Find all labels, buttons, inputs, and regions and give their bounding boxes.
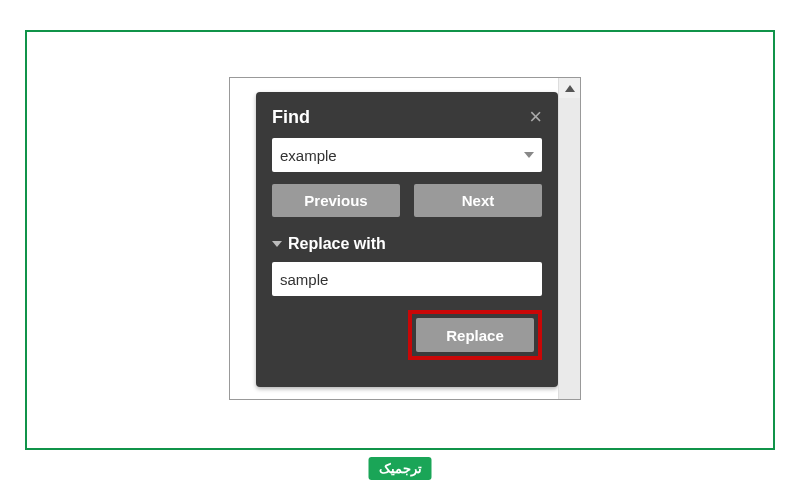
scroll-track[interactable] [559, 98, 580, 399]
next-button[interactable]: Next [414, 184, 542, 217]
panel-title: Find [272, 107, 310, 128]
app-body: Find × example Previous Next [230, 78, 558, 399]
find-replace-panel: Find × example Previous Next [256, 92, 558, 387]
watermark-badge: ترجمیک [369, 457, 432, 480]
watermark-text: ترجمیک [379, 461, 422, 476]
close-icon[interactable]: × [529, 106, 542, 128]
previous-button-label: Previous [304, 192, 367, 209]
vertical-scrollbar[interactable] [558, 78, 580, 399]
panel-header: Find × [272, 106, 542, 128]
outer-frame: Find × example Previous Next [25, 30, 775, 450]
scroll-up-icon[interactable] [559, 78, 580, 98]
replace-section-toggle[interactable]: Replace with [272, 235, 542, 253]
previous-button[interactable]: Previous [272, 184, 400, 217]
find-input[interactable]: example [272, 138, 542, 172]
replace-button-highlight: Replace [408, 310, 542, 360]
replace-button-label: Replace [446, 327, 504, 344]
find-input-value: example [280, 147, 524, 164]
nav-button-row: Previous Next [272, 184, 542, 217]
chevron-down-icon [272, 241, 282, 247]
replace-input[interactable]: sample [272, 262, 542, 296]
dropdown-icon[interactable] [524, 152, 534, 158]
app-window: Find × example Previous Next [229, 77, 581, 400]
replace-section-label: Replace with [288, 235, 386, 253]
replace-input-value: sample [280, 271, 534, 288]
replace-button-row: Replace [272, 310, 542, 360]
next-button-label: Next [462, 192, 495, 209]
replace-button[interactable]: Replace [416, 318, 534, 352]
